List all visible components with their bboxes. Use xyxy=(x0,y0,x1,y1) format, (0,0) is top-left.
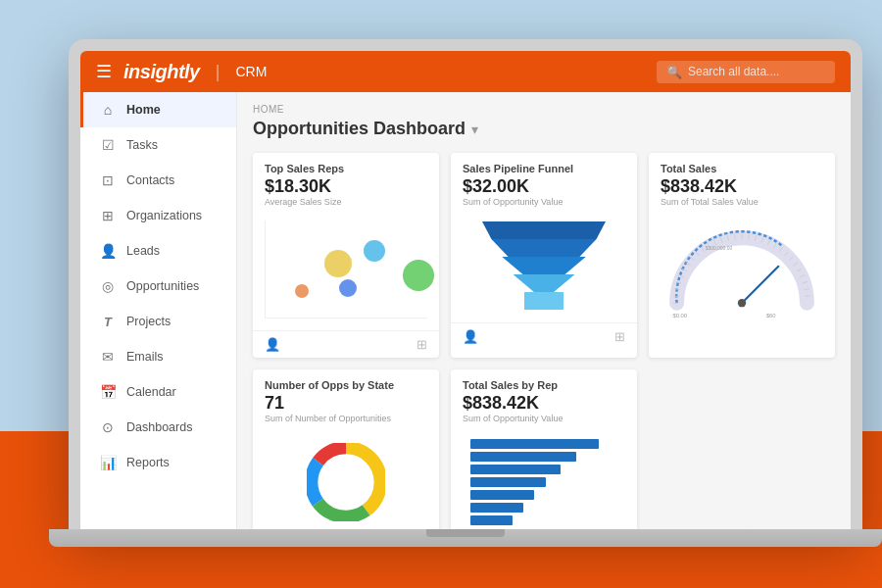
sidebar-item-home[interactable]: ⌂ Home xyxy=(80,92,236,127)
sidebar-item-opportunities[interactable]: ◎ Opportunities xyxy=(80,269,236,304)
sidebar-item-emails[interactable]: ✉ Emails xyxy=(80,339,236,374)
projects-icon: T xyxy=(99,313,117,330)
brand-crm: CRM xyxy=(235,64,267,79)
sidebar-label-contacts: Contacts xyxy=(126,173,174,187)
sidebar-label-projects: Projects xyxy=(126,315,171,328)
donut-svg xyxy=(307,443,385,521)
brand-logo: insightly xyxy=(123,61,200,83)
opportunities-icon: ◎ xyxy=(99,277,117,295)
sidebar-label-reports: Reports xyxy=(126,456,170,469)
card-top-sales-reps-body xyxy=(253,213,439,330)
dashboards-icon: ⊙ xyxy=(99,418,117,436)
card-sales-pipeline-title: Sales Pipeline Funnel xyxy=(463,163,625,174)
card-total-sales-body: $0.00 $60 $300,000.00 xyxy=(649,213,835,332)
card-top-sales-reps-footer: 👤 ⊞ xyxy=(253,330,439,358)
sidebar-item-contacts[interactable]: ⊡ Contacts xyxy=(80,163,236,198)
svg-line-30 xyxy=(742,267,778,303)
card-top-sales-reps-value: $18.30K xyxy=(265,176,427,197)
sidebar-label-organizations: Organizations xyxy=(126,209,202,222)
search-icon: 🔍 xyxy=(666,65,682,79)
card-top-sales-reps-header: Top Sales Reps $18.30K Average Sales Siz… xyxy=(253,153,439,213)
svg-text:$300,000.00: $300,000.00 xyxy=(706,245,733,251)
sidebar-item-dashboards[interactable]: ⊙ Dashboards xyxy=(80,410,236,445)
person-icon: 👤 xyxy=(265,337,280,352)
leads-icon: 👤 xyxy=(99,242,117,260)
emails-icon: ✉ xyxy=(99,348,117,366)
sidebar-item-tasks[interactable]: ☑ Tasks xyxy=(80,127,236,163)
sidebar-label-dashboards: Dashboards xyxy=(126,420,192,434)
svg-point-31 xyxy=(738,299,746,307)
funnel-chart xyxy=(463,217,625,315)
breadcrumb: HOME xyxy=(253,104,835,115)
card-opps-by-state: Number of Opps by State 71 Sum of Number… xyxy=(253,369,439,529)
gauge-chart: $0.00 $60 $300,000.00 xyxy=(661,217,823,324)
sidebar-item-projects[interactable]: T Projects xyxy=(80,304,236,339)
search-input[interactable] xyxy=(688,65,825,78)
sidebar-item-reports[interactable]: 📊 Reports xyxy=(80,445,236,480)
page-area: HOME Opportunities Dashboard ▾ Top Sales… xyxy=(237,92,851,529)
sidebar-item-leads[interactable]: 👤 Leads xyxy=(80,233,236,269)
card-top-sales-reps: Top Sales Reps $18.30K Average Sales Siz… xyxy=(253,153,439,358)
svg-text:$60: $60 xyxy=(766,313,776,318)
top-nav: ☰ insightly | CRM 🔍 xyxy=(80,51,851,92)
sidebar-label-emails: Emails xyxy=(126,350,164,364)
app-container: ☰ insightly | CRM 🔍 ⌂ Home xyxy=(80,51,851,529)
sidebar-item-calendar[interactable]: 📅 Calendar xyxy=(80,374,236,410)
calendar-icon: 📅 xyxy=(99,383,117,401)
card-total-sales-title: Total Sales xyxy=(661,163,823,174)
card-sales-pipeline-header: Sales Pipeline Funnel $32.00K Sum of Opp… xyxy=(451,153,637,213)
sidebar-label-home: Home xyxy=(126,103,161,117)
card-total-by-rep-header: Total Sales by Rep $838.42K Sum of Oppor… xyxy=(451,369,637,429)
card-total-by-rep-body xyxy=(451,429,637,529)
card-total-sales-subtitle: Sum of Total Sales Value xyxy=(661,197,823,207)
bar-chart xyxy=(463,433,625,529)
search-bar: 🔍 xyxy=(657,61,835,83)
table-icon-2: ⊞ xyxy=(614,329,625,344)
card-sales-pipeline-value: $32.00K xyxy=(463,176,625,197)
home-icon: ⌂ xyxy=(99,101,117,119)
card-sales-pipeline-footer: 👤 ⊞ xyxy=(451,322,637,350)
person-icon-2: 👤 xyxy=(463,329,478,344)
card-top-sales-reps-subtitle: Average Sales Size xyxy=(265,197,427,207)
card-total-by-rep-value: $838.42K xyxy=(463,393,625,414)
donut-chart xyxy=(265,433,427,529)
card-sales-pipeline-subtitle: Sum of Opportunity Value xyxy=(463,197,625,207)
page-title: Opportunities Dashboard xyxy=(253,119,466,139)
dashboard-grid: Top Sales Reps $18.30K Average Sales Siz… xyxy=(253,153,835,529)
card-total-sales: Total Sales $838.42K Sum of Total Sales … xyxy=(649,153,835,358)
card-opps-by-state-header: Number of Opps by State 71 Sum of Number… xyxy=(253,369,439,429)
brand-divider: | xyxy=(216,62,220,82)
hamburger-icon[interactable]: ☰ xyxy=(96,61,112,82)
card-sales-pipeline-body xyxy=(451,213,637,322)
svg-text:$0.00: $0.00 xyxy=(672,313,687,318)
card-total-sales-header: Total Sales $838.42K Sum of Total Sales … xyxy=(649,153,835,213)
page-title-chevron-icon[interactable]: ▾ xyxy=(471,122,478,137)
laptop-base xyxy=(49,529,882,547)
card-total-by-rep: Total Sales by Rep $838.42K Sum of Oppor… xyxy=(451,369,637,529)
bubble-chart xyxy=(265,220,427,318)
card-total-by-rep-subtitle: Sum of Opportunity Value xyxy=(463,414,625,423)
sidebar-label-leads: Leads xyxy=(126,244,160,258)
sidebar: ⌂ Home ☑ Tasks ⊡ Contacts ⊞ xyxy=(80,92,237,529)
table-icon: ⊞ xyxy=(416,337,427,352)
card-sales-pipeline: Sales Pipeline Funnel $32.00K Sum of Opp… xyxy=(451,153,637,358)
card-total-by-rep-title: Total Sales by Rep xyxy=(463,379,625,391)
card-top-sales-reps-title: Top Sales Reps xyxy=(265,163,427,174)
laptop-frame: ☰ insightly | CRM 🔍 ⌂ Home xyxy=(69,39,862,529)
contacts-icon: ⊡ xyxy=(99,172,117,189)
card-opps-by-state-subtitle: Sum of Number of Opportunities xyxy=(265,414,427,423)
svg-point-39 xyxy=(324,461,368,504)
card-opps-by-state-body xyxy=(253,429,439,529)
organizations-icon: ⊞ xyxy=(99,207,117,224)
sidebar-label-tasks: Tasks xyxy=(126,138,158,152)
laptop-wrapper: ☰ insightly | CRM 🔍 ⌂ Home xyxy=(69,39,862,529)
sidebar-label-calendar: Calendar xyxy=(126,385,176,399)
sidebar-item-organizations[interactable]: ⊞ Organizations xyxy=(80,198,236,233)
sidebar-label-opportunities: Opportunities xyxy=(126,279,199,293)
main-content: ⌂ Home ☑ Tasks ⊡ Contacts ⊞ xyxy=(80,92,851,529)
card-opps-by-state-title: Number of Opps by State xyxy=(265,379,427,391)
card-opps-by-state-value: 71 xyxy=(265,393,427,414)
card-total-sales-value: $838.42K xyxy=(661,176,823,197)
tasks-icon: ☑ xyxy=(99,136,117,154)
reports-icon: 📊 xyxy=(99,454,117,471)
